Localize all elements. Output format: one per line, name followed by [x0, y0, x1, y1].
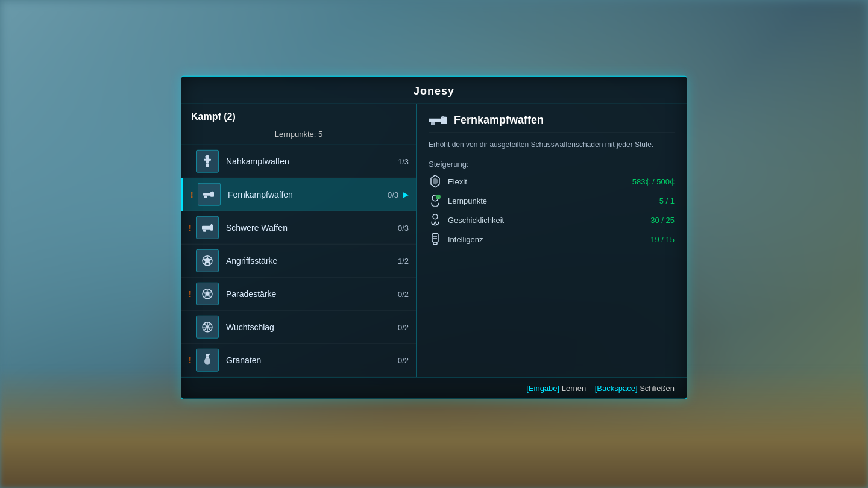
- schwerewaffen-level: 0/3: [398, 223, 409, 232]
- angriffstaerke-icon: [196, 249, 219, 272]
- detail-description: Erhöht den von dir ausgeteilten Schusswa…: [429, 139, 675, 150]
- paradestaerke-icon: [196, 283, 219, 305]
- panel-wrapper: Jonesy Kampf (2) Lernpunkte: 5: [181, 76, 687, 399]
- intelligenz-value: 19 / 15: [650, 234, 675, 243]
- svg-point-21: [204, 358, 210, 365]
- enter-action: Lernen: [562, 384, 586, 393]
- svg-marker-29: [433, 178, 438, 185]
- req-row-intelligenz: Intelligenz 19 / 15: [429, 233, 675, 246]
- svg-rect-24: [429, 118, 442, 122]
- svg-rect-8: [202, 226, 212, 230]
- skill-item-nahkampfwaffen[interactable]: Nahkampfwaffen 1/3: [181, 145, 416, 178]
- svg-line-34: [433, 222, 435, 225]
- detail-title: Fernkampfwaffen: [454, 114, 544, 127]
- svg-rect-27: [442, 116, 444, 117]
- detail-title-row: Fernkampfwaffen: [429, 114, 675, 133]
- svg-rect-10: [203, 230, 206, 232]
- svg-rect-2: [206, 164, 209, 167]
- learn-points: Lernpunkte: 5: [181, 127, 416, 145]
- fernkampfwaffen-name: Fernkampfwaffen: [228, 190, 383, 199]
- svg-point-33: [433, 214, 438, 219]
- geschicklichkeit-icon: [429, 213, 442, 227]
- svg-rect-11: [211, 224, 212, 226]
- lernpunkte-value: 5 / 1: [659, 196, 675, 205]
- svg-rect-36: [432, 234, 438, 242]
- skill-item-fernkampfwaffen[interactable]: Fernkampfwaffen 0/3 ▶: [181, 178, 416, 211]
- lernpunkte-name: Lernpunkte: [448, 196, 653, 205]
- svg-line-35: [435, 222, 437, 225]
- fernkampfwaffen-level: 0/3: [388, 190, 398, 199]
- svg-text:+: +: [437, 196, 439, 199]
- elexit-name: Elexit: [448, 177, 626, 186]
- section-header: Kampf (2): [181, 104, 416, 127]
- svg-rect-6: [204, 196, 207, 198]
- wuchtschlag-name: Wuchtschlag: [226, 322, 393, 332]
- svg-point-14: [206, 292, 209, 296]
- geschicklichkeit-name: Geschicklichkeit: [448, 215, 644, 224]
- svg-rect-26: [431, 122, 435, 125]
- bottom-bar: [Eingabe] Lernen [Backspace] Schließen: [181, 377, 687, 399]
- svg-rect-39: [433, 242, 437, 245]
- paradestaerke-name: Paradestärke: [226, 289, 393, 299]
- elexit-value: 583₵ / 500₵: [632, 177, 675, 186]
- lernpunkte-icon: +: [429, 194, 442, 207]
- angriffstaerke-level: 1/2: [398, 256, 409, 265]
- enter-key: [Eingabe]: [526, 384, 559, 393]
- skill-item-schwere-waffen[interactable]: Schwere Waffen 0/3: [181, 211, 416, 245]
- geschicklichkeit-value: 30 / 25: [650, 215, 675, 224]
- skill-panel: Jonesy Kampf (2) Lernpunkte: 5: [181, 76, 687, 399]
- detail-skill-icon: [429, 114, 448, 126]
- intelligenz-name: Intelligenz: [448, 234, 644, 243]
- skill-item-wuchtschlag[interactable]: Wuchtschlag 0/2: [181, 311, 416, 344]
- skill-item-paradestaerke[interactable]: Paradestärke 0/2: [181, 278, 416, 311]
- skill-list: Nahkampfwaffen 1/3: [181, 145, 416, 377]
- wuchtschlag-icon: [196, 316, 219, 339]
- right-panel: Fernkampfwaffen Erhöht den von dir ausge…: [417, 104, 687, 377]
- granaten-name: Granaten: [226, 355, 393, 365]
- steigerung-label: Steigerung:: [429, 160, 675, 169]
- nahkampfwaffen-level: 1/3: [398, 157, 409, 166]
- panel-title: Jonesy: [181, 77, 687, 104]
- schwerewaffen-icon: [196, 216, 219, 239]
- nahkampfwaffen-icon: [196, 150, 219, 173]
- backspace-action: Schließen: [640, 384, 675, 393]
- paradestaerke-level: 0/2: [398, 289, 409, 298]
- elexit-icon: [429, 175, 442, 188]
- intelligenz-icon: [429, 233, 442, 246]
- backspace-key: [Backspace]: [595, 384, 638, 393]
- schwerewaffen-name: Schwere Waffen: [226, 223, 393, 233]
- svg-rect-22: [206, 357, 209, 358]
- svg-rect-7: [212, 192, 213, 193]
- svg-rect-4: [203, 193, 212, 196]
- granaten-icon: [196, 349, 219, 372]
- cursor-arrow: ▶: [403, 190, 409, 199]
- req-row-elexit: Elexit 583₵ / 500₵: [429, 175, 675, 188]
- angriffstaerke-name: Angriffsstärke: [226, 256, 393, 266]
- left-panel: Kampf (2) Lernpunkte: 5: [181, 104, 417, 377]
- fernkampfwaffen-icon: [198, 183, 221, 206]
- svg-line-23: [209, 354, 210, 355]
- nahkampfwaffen-name: Nahkampfwaffen: [226, 157, 393, 166]
- req-row-lernpunkte: + Lernpunkte 5 / 1: [429, 194, 675, 207]
- granaten-level: 0/2: [398, 355, 409, 364]
- skill-item-granaten[interactable]: Granaten 0/2: [181, 344, 416, 377]
- panel-body: Kampf (2) Lernpunkte: 5: [181, 104, 687, 377]
- svg-rect-5: [210, 192, 214, 197]
- wuchtschlag-level: 0/2: [398, 322, 409, 331]
- skill-item-angriffstaerke[interactable]: Angriffsstärke 1/2: [181, 245, 416, 278]
- req-row-geschicklichkeit: Geschicklichkeit 30 / 25: [429, 213, 675, 227]
